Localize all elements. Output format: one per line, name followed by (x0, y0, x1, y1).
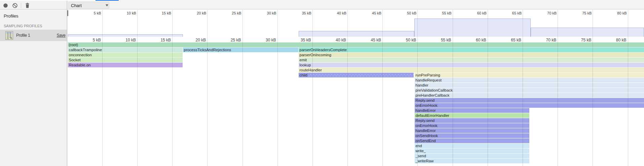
svg-text:%: % (10, 36, 12, 40)
